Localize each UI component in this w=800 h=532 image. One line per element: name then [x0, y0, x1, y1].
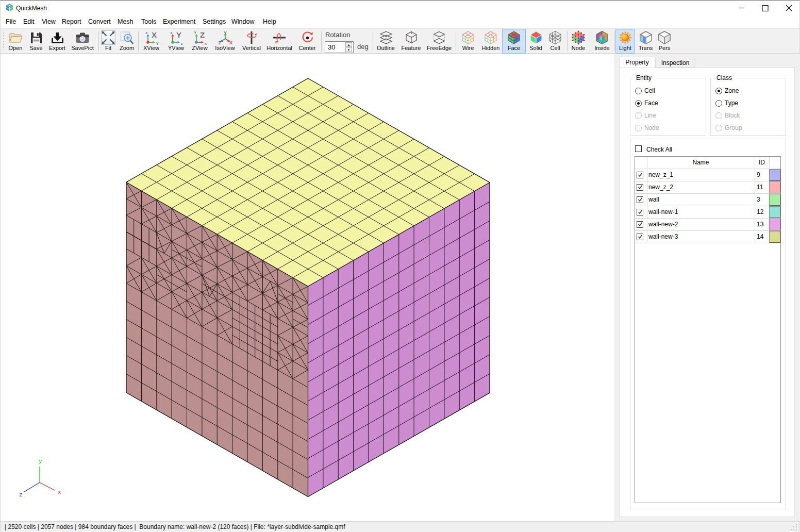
svg-text:Y: Y	[194, 31, 196, 35]
svg-text:Y: Y	[224, 30, 227, 36]
svg-text:X: X	[229, 40, 232, 45]
svg-text:X: X	[152, 30, 157, 39]
svg-text:Y: Y	[176, 30, 181, 39]
svg-text:y: y	[39, 458, 42, 464]
svg-text:Z: Z	[218, 40, 221, 45]
svg-text:x: x	[170, 31, 172, 35]
svg-text:Z: Z	[200, 30, 205, 39]
svg-text:z: z	[145, 31, 147, 35]
svg-text:z: z	[19, 492, 23, 498]
svg-text:x: x	[58, 489, 61, 495]
